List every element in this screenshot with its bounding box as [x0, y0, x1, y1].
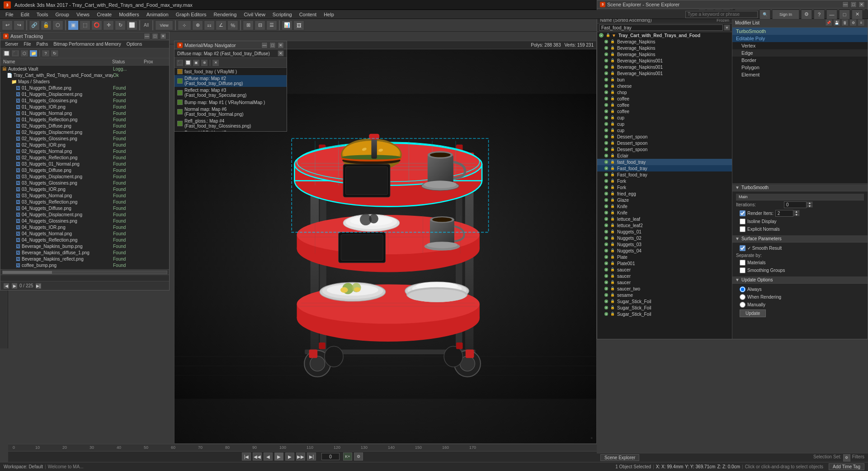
menu-civil-view[interactable]: Civil View	[240, 10, 269, 19]
graph-editors-btn[interactable]: 📊	[282, 20, 292, 30]
scene-item[interactable]: ● 🔒 Plate001	[597, 260, 732, 266]
scene-item[interactable]: ● 🔒 coffee	[597, 102, 732, 108]
menu-animation[interactable]: Animation	[143, 10, 172, 19]
window-min[interactable]: —	[826, 10, 837, 19]
scene-panel-close[interactable]: ✕	[859, 1, 865, 8]
scene-item[interactable]: ● 🔒 cup	[597, 114, 732, 121]
asset-item[interactable]: 🖼 03_Nuggets_IOR.png Found	[0, 186, 169, 192]
mat-tb-2[interactable]: ⬜	[184, 59, 192, 67]
modifier-vertex[interactable]: Vertex	[732, 42, 868, 49]
render-iters-spinner[interactable]: ▲ ▼	[793, 210, 800, 216]
asset-item[interactable]: 🖼 01_Nuggets_IOR.png Found	[0, 104, 169, 110]
mat-item-5[interactable]: Refl_gloss.: Map #4 (Fast_food_tray_Glos…	[175, 118, 287, 129]
asset-item[interactable]: 📁 Maps / Shaders	[0, 78, 169, 85]
select-region-btn[interactable]: ⬚	[80, 20, 90, 30]
asset-deselect[interactable]: ⬛	[11, 50, 19, 57]
asset-refresh-btn[interactable]: ↻	[51, 50, 59, 57]
rendering-btn[interactable]: 🖼	[293, 20, 304, 30]
asset-item[interactable]: 🖼 04_Nuggets_Displacment.png Found	[0, 211, 169, 218]
scene-item[interactable]: ● 🔒 fast_food_tray	[597, 159, 732, 165]
play-next-btn[interactable]: ▶▶	[296, 452, 305, 461]
mat-panel-close[interactable]: ✕	[278, 42, 284, 48]
rotate-btn[interactable]: ↻	[115, 20, 126, 30]
asset-list[interactable]: 🏛 Autodesk Vault Logg... 📄 Tray_Cart_wit…	[0, 66, 169, 269]
iter-down[interactable]: ▼	[807, 205, 813, 208]
asset-item[interactable]: 🖼 Beverage_Napkins_diffuse_1.png Found	[0, 249, 169, 256]
when-rendering-radio[interactable]	[740, 294, 745, 300]
play-start-btn[interactable]: |◀	[242, 452, 251, 461]
scene-item[interactable]: ● 🔒 sesame	[597, 292, 732, 298]
mat-close-x[interactable]: ✕	[212, 59, 219, 67]
scene-search-filter[interactable]: ▼	[724, 24, 730, 31]
scene-search-input[interactable]	[599, 24, 723, 31]
update-options-header[interactable]: ▼ Update Options	[732, 276, 868, 284]
asset-item[interactable]: 🖼 01_Nuggets_Glossines.png Found	[0, 97, 169, 104]
asset-item[interactable]: 🖼 01_Nuggets_Normal.png Found	[0, 110, 169, 116]
scene-filters-btn[interactable]: ⚙	[843, 454, 850, 461]
scene-item[interactable]: ● 🔒 lettuce_leaf2	[597, 222, 732, 228]
link-btn[interactable]: 🔗	[29, 20, 40, 30]
angle-snap[interactable]: ∠	[216, 20, 226, 30]
menu-scripting[interactable]: Scripting	[269, 10, 296, 19]
asset-item[interactable]: 🖼 03_Nuggets_Diffuse.png Found	[0, 167, 169, 173]
explicit-normals-check[interactable]	[740, 226, 745, 232]
scene-item[interactable]: ● 🔒 Beverage_Napkins	[597, 51, 732, 57]
ri-down[interactable]: ▼	[793, 213, 800, 216]
scene-item[interactable]: ● 🔒 Sugar_Stick_Foil	[597, 304, 732, 311]
modifier-polygon[interactable]: Polygon	[732, 64, 868, 71]
mat-item-2[interactable]: Reflect map: Map #3 (Fast_food_tray_Spec…	[175, 87, 287, 99]
scene-explorer-tab[interactable]: Scene Explorer	[600, 454, 639, 461]
asset-item[interactable]: 🏛 Autodesk Vault Logg...	[0, 66, 169, 72]
scene-item[interactable]: ● 🔒 Nuggets_02	[597, 235, 732, 241]
asset-item[interactable]: 🖼 Beverage_Napkins_reflect.png Found	[0, 256, 169, 262]
nav-last[interactable]: ▶|	[35, 283, 42, 289]
scene-item[interactable]: ● 🔒 fried_egg	[597, 190, 732, 197]
modifier-turbosmooth[interactable]: TurboSmooth	[732, 28, 868, 35]
asset-item[interactable]: 🖼 03_Nuggets_Normal.png Found	[0, 192, 169, 199]
smooth-result-check[interactable]	[740, 245, 745, 251]
mod-more-btn[interactable]: ≡	[858, 19, 865, 26]
bind-btn[interactable]: ⬡	[52, 20, 63, 30]
mat-panel-minimize[interactable]: —	[261, 42, 268, 48]
asset-item[interactable]: 🖼 coffee_cup_bump.png Found	[0, 268, 169, 269]
modifier-border[interactable]: Border	[732, 57, 868, 64]
nav-next[interactable]: ▶	[11, 283, 18, 289]
mat-tb-1[interactable]: ⬛	[176, 59, 184, 67]
play-end-btn[interactable]: ▶|	[307, 452, 316, 461]
scene-item[interactable]: ● 🔒 Beverage_Napkins001	[597, 70, 732, 76]
render-iters-check[interactable]	[740, 210, 745, 216]
scene-item[interactable]: ● 🔒 Fork	[597, 178, 732, 184]
scene-item[interactable]: ● 🔒 Dessert_spoon	[597, 133, 732, 140]
scene-list[interactable]: ● 🔒 ▼ Tray_Cart_with_Red_Trays_and_Food …	[597, 32, 732, 339]
scene-panel-minimize[interactable]: —	[842, 1, 849, 8]
mat-list[interactable]: fast_food_tray ( VRayMtl ) Diffuse map: …	[175, 68, 287, 131]
asset-item[interactable]: 🖼 04_Nuggets_Diffuse.png Found	[0, 205, 169, 211]
scene-item[interactable]: ● 🔒 Plate	[597, 254, 732, 260]
window-max[interactable]: □	[839, 10, 850, 19]
iter-up[interactable]: ▲	[807, 201, 813, 205]
mat-item-4[interactable]: Normal map: Map #6 (Fast_food_tray_Norma…	[175, 106, 287, 118]
iterations-control[interactable]: ▲ ▼	[784, 201, 813, 208]
pivot-btn[interactable]: ⊕	[192, 20, 203, 30]
asset-menu-file[interactable]: File	[21, 42, 33, 47]
always-radio[interactable]	[740, 286, 745, 292]
asset-item[interactable]: 🖼 04_Nuggets_IOR.png Found	[0, 224, 169, 230]
asset-item[interactable]: 🖼 02_Nuggets_Glossines.png Found	[0, 135, 169, 142]
render-iters-control[interactable]: ▲ ▼	[775, 210, 800, 217]
window-close[interactable]: ✕	[852, 10, 863, 19]
update-button[interactable]: Update	[740, 309, 766, 317]
modifier-element[interactable]: Element	[732, 71, 868, 78]
scene-item[interactable]: ● 🔒 lettuce_leaf	[597, 216, 732, 222]
play-prev-frame-btn[interactable]: ◀	[264, 452, 273, 461]
settings-icon[interactable]: ⚙	[801, 10, 812, 19]
menu-create[interactable]: Create	[93, 10, 115, 19]
align-btn[interactable]: ⊟	[255, 20, 265, 30]
play-next-frame-btn[interactable]: ▶	[285, 452, 294, 461]
asset-item[interactable]: 🖼 01_Nuggets_Diffuse.png Found	[0, 85, 169, 91]
menu-views[interactable]: Views	[73, 10, 93, 19]
scene-item[interactable]: ● 🔒 Dessert_spoon	[597, 140, 732, 146]
materials-check[interactable]	[740, 260, 745, 266]
manually-radio[interactable]	[740, 302, 745, 308]
move-btn[interactable]: ✛	[103, 20, 114, 30]
lasso-btn[interactable]: ⭕	[91, 20, 102, 30]
